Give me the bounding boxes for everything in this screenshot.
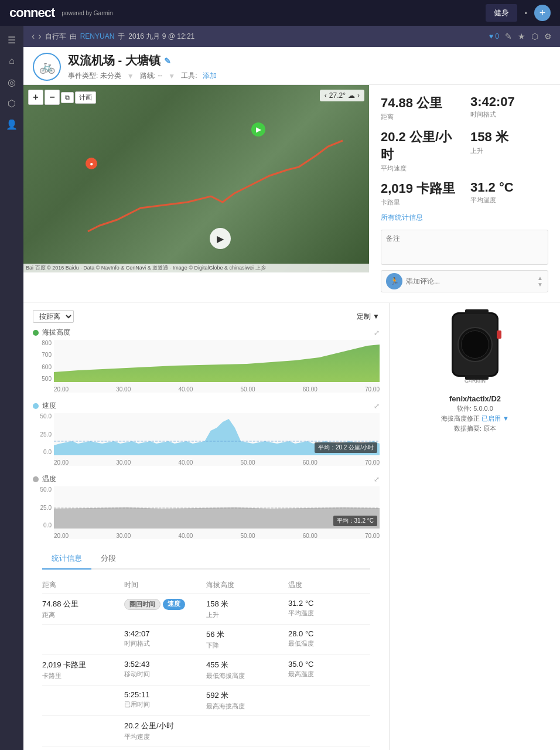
- sidebar-bike-icon[interactable]: ◎: [2, 73, 21, 91]
- temp-x-70: 70.00: [365, 533, 380, 539]
- tab-stats[interactable]: 统计信息: [42, 548, 91, 570]
- device-image: GARMIN: [446, 312, 504, 388]
- speed-chart-area: 50.0 25.0 0.0 平均：20.2 公里/小时: [33, 413, 380, 466]
- elevation-expand-icon[interactable]: ⤢: [374, 329, 380, 337]
- temp-chart-block: 温度 ⤢ 50.0 25.0 0.0: [33, 474, 380, 539]
- sidebar-home-icon[interactable]: ⌂: [2, 52, 21, 70]
- speed-expand-icon[interactable]: ⤢: [374, 402, 380, 410]
- stat-calories-label: 卡路里: [381, 198, 459, 207]
- stat-calories-value: 2,019 卡路里: [381, 180, 459, 197]
- sidebar-menu-icon[interactable]: ☰: [2, 30, 21, 49]
- breadcrumb-left: ‹ › 自行车 由 RENYUAN 于 2016 九月 9 @ 12:21: [32, 31, 194, 42]
- tab-splits[interactable]: 分段: [91, 548, 125, 570]
- breadcrumb-right: ♥ 0 ✎ ★ ⬡ ⚙: [489, 32, 552, 41]
- table-row: 19.3 公里/小时 平均移动速度: [42, 746, 370, 750]
- temp-y-50: 50.0: [33, 486, 52, 493]
- elevation-chart-label-row: 海拔高度 ⤢: [33, 328, 380, 338]
- breadcrumb-type: 自行车: [45, 32, 66, 42]
- header-temp: 温度: [288, 580, 370, 590]
- device-panel: GARMIN fenix/tactix/D2 软件: 5.0.0.0 海拔高度修…: [390, 303, 560, 750]
- svg-marker-0: [54, 345, 380, 382]
- watch-body: [452, 312, 498, 377]
- activity-course[interactable]: 路线: --: [140, 71, 163, 81]
- breadcrumb-at: 于: [118, 32, 125, 42]
- customize-btn[interactable]: 定制 ▼: [357, 312, 380, 322]
- table-row: 74.88 公里 距离 圈回时间 速度 158 米 上升: [42, 594, 370, 625]
- sidebar: ☰ ⌂ ◎ ⬡ 👤: [0, 26, 23, 750]
- row1-col2: 圈回时间 速度: [124, 599, 206, 612]
- nav-prev-btn[interactable]: ‹: [32, 31, 35, 42]
- row2-temp-label: 最低温度: [288, 639, 370, 648]
- temp-x-60: 60.00: [303, 533, 317, 539]
- health-button[interactable]: 健身: [486, 4, 517, 22]
- temp-chart-area: 50.0 25.0 0.0 平均：31.2 °C 20.: [33, 486, 380, 539]
- edit-bc-icon[interactable]: ✎: [505, 32, 512, 41]
- temp-x-labels: 20.00 30.00 40.00 50.00 60.00 70.00: [54, 533, 380, 539]
- elevation-chart-area: 800 700 600 500: [33, 340, 380, 393]
- stat-speed-value: 20.2 公里/小时: [381, 128, 459, 163]
- stat-speed-label: 平均速度: [381, 164, 459, 173]
- star-icon[interactable]: ★: [518, 32, 525, 41]
- elev-y-600: 600: [33, 364, 52, 370]
- all-stats-link[interactable]: 所有统计信息: [381, 213, 423, 223]
- activity-type[interactable]: 事件类型: 未分类: [68, 71, 121, 81]
- svg-marker-3: [54, 507, 380, 529]
- settings-icon[interactable]: ⚙: [544, 32, 552, 41]
- speed-x-20: 20.00: [54, 459, 69, 466]
- sidebar-user-icon[interactable]: 👤: [2, 115, 21, 134]
- comment-input[interactable]: [406, 277, 534, 285]
- speed-canvas: 平均：20.2 公里/小时: [54, 413, 380, 466]
- table-row: 20.2 公里/小时 平均速度: [42, 716, 370, 746]
- watch-screen: [457, 327, 493, 362]
- elev-x-20: 20.00: [54, 386, 69, 393]
- badge-speed[interactable]: 速度: [163, 599, 185, 610]
- activity-tools-add[interactable]: 添加: [203, 71, 217, 81]
- note-area: [381, 230, 548, 267]
- temp-chart-title: 温度: [42, 474, 56, 484]
- speed-x-50: 50.00: [241, 459, 255, 466]
- badge-lap[interactable]: 圈回时间: [124, 599, 161, 610]
- device-data: 数据摘要: 原本: [399, 424, 551, 433]
- stat-distance-value: 74.88 公里: [381, 94, 459, 112]
- stat-speed: 20.2 公里/小时 平均速度: [381, 128, 459, 173]
- header-elevation: 海拔高度: [206, 580, 288, 590]
- speed-y-25: 25.0: [33, 431, 52, 438]
- temp-svg: [54, 486, 380, 529]
- nav-next-btn[interactable]: ›: [38, 31, 41, 42]
- speed-chart-title: 速度: [42, 401, 56, 411]
- map-play-button[interactable]: ▶: [210, 228, 231, 249]
- row2-temp: 28.0 °C: [288, 629, 370, 638]
- comment-arrows[interactable]: ▲▼: [537, 275, 543, 288]
- activity-tools: 工具:: [181, 71, 197, 81]
- title-edit-icon[interactable]: ✎: [164, 56, 171, 66]
- temp-expand-icon[interactable]: ⤢: [374, 475, 380, 483]
- device-name: fenix/tactix/D2: [399, 394, 551, 403]
- meta-sep1: ▼: [127, 72, 134, 80]
- row4-col2: 5:25:11 已用时间: [124, 690, 206, 709]
- device-elevation: 海拔高度修正 已启用 ▼: [399, 414, 551, 423]
- row4-elev-label: 最高海拔高度: [206, 702, 288, 711]
- elevation-dot: [33, 330, 39, 336]
- breadcrumb-user[interactable]: RENYUAN: [80, 32, 115, 40]
- heart-button[interactable]: ♥ 0: [489, 32, 499, 40]
- row4-time: 5:25:11: [124, 690, 206, 699]
- note-input[interactable]: [381, 230, 548, 265]
- speed-dot: [33, 403, 39, 409]
- map-background: + − ⧉ 计画 ‹ 27.2° ☁ ›: [23, 85, 369, 272]
- row1-elev: 158 米: [206, 599, 288, 609]
- end-marker: ▶: [251, 122, 265, 137]
- header-time: 时间: [124, 580, 206, 590]
- temp-y-labels: 50.0 25.0 0.0: [33, 486, 54, 529]
- share-icon[interactable]: ⬡: [531, 32, 538, 41]
- distance-selector[interactable]: 按距离: [33, 310, 74, 323]
- add-button[interactable]: +: [534, 5, 551, 21]
- elev-y-500: 500: [33, 376, 52, 382]
- sidebar-route-icon[interactable]: ⬡: [2, 94, 21, 112]
- top-nav: connect powered by Garmin 健身 • +: [0, 0, 560, 26]
- watch-lug-top: [465, 309, 489, 314]
- temp-canvas: 平均：31.2 °C: [54, 486, 380, 539]
- elevation-correction-value[interactable]: 已启用 ▼: [482, 415, 509, 422]
- map-container[interactable]: + − ⧉ 计画 ‹ 27.2° ☁ ›: [23, 85, 369, 272]
- data-summary-label: 数据摘要:: [454, 425, 482, 432]
- temp-chart-label-row: 温度 ⤢: [33, 474, 380, 484]
